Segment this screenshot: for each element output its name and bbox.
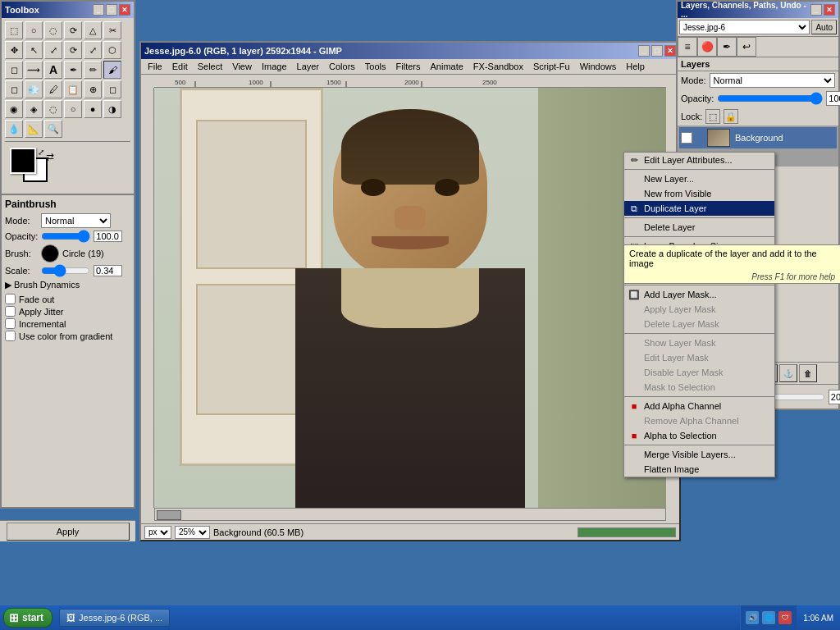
gimp-close-button[interactable]: ✕ (664, 45, 676, 57)
tab-paths[interactable]: ✒ (717, 37, 737, 57)
apply-button[interactable]: Apply (7, 523, 130, 541)
layer-item-background[interactable]: 👁 Background (679, 127, 837, 148)
swap-colors-icon[interactable]: ⇄ (46, 151, 54, 162)
tool-zoom[interactable]: 🔍 (44, 120, 62, 138)
tool-fuzzy-select[interactable]: ⟳ (64, 21, 82, 39)
ctx-duplicate-layer[interactable]: ⧉ Duplicate Layer (624, 201, 774, 216)
ctx-flatten-image[interactable]: Flatten Image (624, 462, 774, 477)
tool-move[interactable]: ✥ (5, 41, 23, 59)
ctx-add-layer-mask[interactable]: 🔲 Add Layer Mask... (624, 287, 774, 302)
toolbox-close-button[interactable]: ✕ (119, 4, 130, 16)
menu-help[interactable]: Help (621, 60, 650, 73)
menu-tools[interactable]: Tools (360, 60, 391, 73)
menu-view[interactable]: View (227, 60, 257, 73)
tool-crop[interactable]: ⤢ (44, 41, 62, 59)
layers-opacity-value[interactable]: 100.0 (826, 91, 840, 106)
tool-paintbrush[interactable]: 🖌 (103, 61, 121, 79)
start-button[interactable]: ⊞ start (3, 608, 52, 628)
tool-perspective[interactable]: ◻ (5, 61, 23, 79)
ctx-remove-alpha-channel[interactable]: Remove Alpha Channel (624, 413, 774, 428)
menu-colors[interactable]: Colors (324, 60, 360, 73)
toolbox-minimize-button[interactable]: _ (93, 4, 104, 16)
layers-minimize-button[interactable]: _ (810, 4, 822, 16)
delete-layer-button[interactable]: 🗑 (799, 364, 817, 382)
horizontal-scrollbar[interactable] (154, 508, 666, 521)
tool-free-select[interactable]: ◌ (44, 21, 62, 39)
gimp-restore-button[interactable]: □ (651, 45, 663, 57)
menu-image[interactable]: Image (257, 60, 292, 73)
tool-blur[interactable]: ◉ (5, 100, 23, 118)
ctx-delete-layer[interactable]: Delete Layer (624, 220, 774, 235)
apply-jitter-checkbox[interactable] (5, 306, 16, 317)
menu-windows[interactable]: Windows (575, 60, 622, 73)
taskbar-item-gimp[interactable]: 🖼 Jesse.jpg-6 (RGB, ... (59, 609, 170, 627)
menu-select[interactable]: Select (193, 60, 228, 73)
opacity-value[interactable]: 100.0 (94, 231, 122, 242)
ctx-disable-layer-mask[interactable]: Disable Layer Mask (624, 365, 774, 380)
tool-eraser[interactable]: ◻ (5, 80, 23, 98)
menu-fxsandbox[interactable]: FX-Sandbox (468, 60, 528, 73)
reset-colors-icon[interactable]: ⤢ (38, 148, 44, 157)
tool-measure[interactable]: 📐 (25, 120, 43, 138)
tool-sharpen[interactable]: ◈ (25, 100, 43, 118)
tool-by-color-select[interactable]: △ (84, 21, 102, 39)
tool-align[interactable]: ↖ (25, 41, 43, 59)
tool-ink[interactable]: 🖊 (44, 80, 62, 98)
tool-perspective-clone[interactable]: ◻ (103, 80, 121, 98)
gimp-minimize-button[interactable]: _ (638, 45, 650, 57)
tool-scale[interactable]: ⤢ (84, 41, 102, 59)
menu-animate[interactable]: Animate (425, 60, 468, 73)
menu-scriptfu[interactable]: Script-Fu (528, 60, 575, 73)
zoom-select[interactable]: 25% (175, 526, 210, 539)
tool-rect-select[interactable]: ⬚ (5, 21, 23, 39)
ctx-new-from-visible[interactable]: New from Visible (624, 186, 774, 201)
ctx-delete-layer-mask[interactable]: Delete Layer Mask (624, 317, 774, 331)
tool-ellipse-select[interactable]: ○ (25, 21, 43, 39)
tool-desaturate[interactable]: ◑ (103, 100, 121, 118)
tool-shear[interactable]: ⬡ (103, 41, 121, 59)
tab-channels[interactable]: 🔴 (697, 37, 717, 57)
layers-opacity-slider[interactable] (717, 94, 823, 103)
tab-undo[interactable]: ↩ (737, 37, 756, 57)
tool-scissors[interactable]: ✂ (103, 21, 121, 39)
menu-layer[interactable]: Layer (292, 60, 325, 73)
incremental-checkbox[interactable] (5, 318, 16, 329)
ctx-apply-layer-mask[interactable]: Apply Layer Mask (624, 302, 774, 317)
use-color-gradient-checkbox[interactable] (5, 331, 16, 341)
ctx-edit-layer-mask[interactable]: Edit Layer Mask (624, 350, 774, 365)
h-scroll-thumb[interactable] (157, 510, 181, 520)
tool-path[interactable]: ✒ (64, 61, 82, 79)
tool-color-picker[interactable]: 💧 (5, 120, 23, 138)
ctx-add-alpha-channel[interactable]: ■ Add Alpha Channel (624, 399, 774, 413)
layer-visibility-eye[interactable]: 👁 (681, 132, 692, 144)
tab-layers[interactable]: ≡ (678, 37, 697, 57)
anchor-layer-button[interactable]: ⚓ (779, 364, 797, 382)
tool-airbrush[interactable]: 💨 (25, 80, 43, 98)
lock-position-button[interactable]: 🔒 (724, 109, 738, 124)
ctx-mask-to-selection[interactable]: Mask to Selection (624, 380, 774, 395)
scale-value[interactable]: 0.34 (94, 265, 122, 276)
tool-smudge[interactable]: ◌ (44, 100, 62, 118)
spacing-value[interactable]: 20.0 (829, 390, 840, 404)
ctx-alpha-to-selection[interactable]: ■ Alpha to Selection (624, 428, 774, 443)
fg-color-swatch[interactable] (10, 148, 36, 174)
tool-dodge[interactable]: ○ (64, 100, 82, 118)
layers-mode-select[interactable]: Normal (710, 73, 835, 88)
tool-pencil[interactable]: ✏ (84, 61, 102, 79)
mode-select[interactable]: Normal (41, 213, 111, 228)
auto-button[interactable]: Auto (811, 20, 837, 34)
scale-slider[interactable] (41, 266, 90, 276)
lock-pixels-button[interactable]: ⬚ (705, 109, 720, 124)
ctx-show-layer-mask[interactable]: Show Layer Mask (624, 336, 774, 350)
ctx-edit-layer-attrs[interactable]: ✏ Edit Layer Attributes... (624, 153, 774, 167)
menu-file[interactable]: File (143, 60, 167, 73)
fade-out-checkbox[interactable] (5, 294, 16, 304)
brush-dynamics-expander[interactable]: ▶ Brush Dynamics (5, 280, 130, 290)
toolbox-maximize-button[interactable]: □ (106, 4, 117, 16)
ctx-new-layer[interactable]: New Layer... (624, 171, 774, 186)
tool-flip[interactable]: ⟿ (25, 61, 43, 79)
unit-select[interactable]: px (144, 526, 171, 539)
opacity-slider[interactable] (41, 231, 90, 241)
tool-burn[interactable]: ● (84, 100, 102, 118)
layers-close-button[interactable]: ✕ (824, 4, 835, 16)
